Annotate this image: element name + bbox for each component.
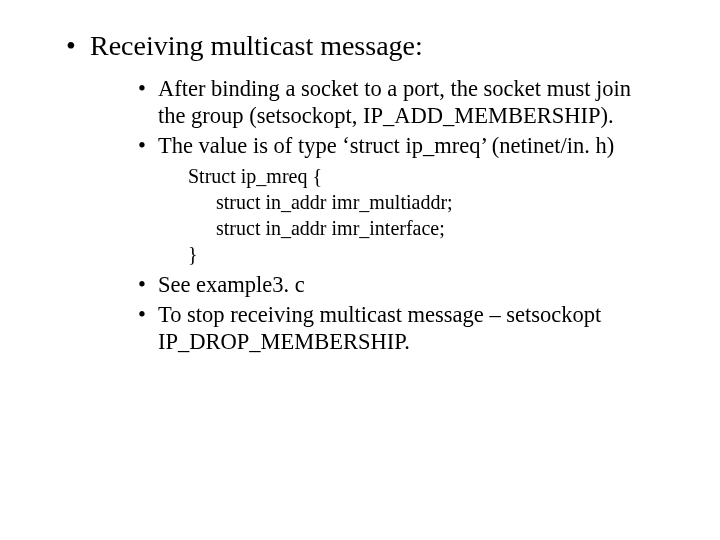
sub-item-b: The value is of type ‘struct ip_mreq’ (n…	[158, 132, 720, 267]
code-line-4: }	[188, 241, 660, 267]
heading-item: Receiving multicast message: After bindi…	[90, 28, 720, 356]
code-line-1: Struct ip_mreq {	[188, 163, 660, 189]
heading-text: Receiving multicast message:	[90, 30, 423, 61]
slide: Receiving multicast message: After bindi…	[0, 0, 720, 540]
code-line-2: struct in_addr imr_multiaddr;	[188, 189, 660, 215]
sub-item-c: See example3. c	[158, 271, 720, 298]
code-block: Struct ip_mreq { struct in_addr imr_mult…	[158, 163, 660, 267]
sub-item-d: To stop receiving multicast message – se…	[158, 301, 720, 356]
sub-item-a: After binding a socket to a port, the so…	[158, 75, 720, 130]
sub-item-b-text: The value is of type ‘struct ip_mreq’ (n…	[158, 133, 614, 158]
bullet-list-level-2: After binding a socket to a port, the so…	[90, 75, 720, 356]
code-line-3: struct in_addr imr_interface;	[188, 215, 660, 241]
bullet-list-level-1: Receiving multicast message: After bindi…	[0, 28, 720, 356]
